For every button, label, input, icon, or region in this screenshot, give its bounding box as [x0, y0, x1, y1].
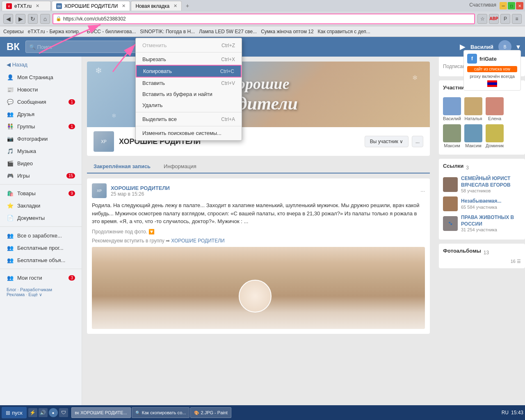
- member-maxim1-name: Максим: [444, 143, 460, 148]
- back-button[interactable]: ◀: [3, 14, 13, 24]
- shop-badge: 9: [68, 191, 75, 196]
- taskbar-task-howto-favicon: 🔍: [135, 411, 140, 415]
- sidebar-item-mypage[interactable]: 👤 Моя Страница: [0, 71, 82, 83]
- new-tab-button[interactable]: +: [183, 2, 192, 9]
- bookmark-etxt[interactable]: eTXT.ru - Биржа копир...: [28, 29, 83, 34]
- link-info-2: Незабываемая... 65 584 участника: [461, 198, 521, 210]
- link-title-2[interactable]: Незабываемая...: [461, 198, 521, 205]
- taskbar-system-icons: ⚡ 🔊 ● 🛡: [28, 408, 68, 417]
- taskbar-icon-chrome[interactable]: ●: [49, 408, 58, 417]
- bookmark-lampa[interactable]: Лампа LED 5W E27 све...: [199, 29, 257, 34]
- context-item-delete[interactable]: Удалить: [136, 100, 242, 111]
- context-item-paste-find[interactable]: Вставить из буфера и найти: [136, 89, 242, 100]
- taskbar-icon-2[interactable]: 🔊: [39, 408, 48, 417]
- taskbar-icon-1[interactable]: ⚡: [28, 408, 37, 417]
- footer-more[interactable]: Ещё ∨: [28, 292, 42, 297]
- bookmark-boss[interactable]: БОСС - биллингова...: [87, 29, 136, 34]
- bookmark-sumka[interactable]: Сумка жіноча оптом 12: [261, 29, 313, 34]
- context-item-paste[interactable]: Вставить Ctrl+V: [136, 78, 242, 89]
- sidebar-item-video[interactable]: 🎬 Видео: [0, 157, 82, 169]
- taskbar-language[interactable]: RU: [502, 410, 509, 415]
- address-bar[interactable]: 🔒 https://vk.com/club52388302: [52, 14, 475, 24]
- taskbar-task-howto[interactable]: 🔍 Как скопировать со...: [132, 407, 190, 418]
- member-natalya-avatar[interactable]: [464, 97, 482, 115]
- context-item-cut-label: Вырезать: [142, 56, 166, 62]
- sidebar-item-docs[interactable]: 📄 Документы: [0, 212, 82, 224]
- close-button[interactable]: ✕: [516, 2, 523, 9]
- taskbar-task-paint-favicon: 🎨: [194, 411, 199, 415]
- member-button[interactable]: Вы участник ∨: [365, 136, 409, 147]
- context-item-cut[interactable]: Вырезать Ctrl+X: [136, 54, 242, 65]
- forward-button[interactable]: ▶: [16, 14, 25, 24]
- tab-info[interactable]: Информация: [157, 160, 203, 173]
- sidebar-item-bookmarks[interactable]: ⭐ Закладки: [0, 199, 82, 212]
- nav-bar: ◀ ▶ ↻ ⌂ 🔒 https://vk.com/club52388302 ☆ …: [0, 11, 525, 26]
- sidebar-item-free2[interactable]: 👥 Бесплатные объя...: [0, 254, 82, 266]
- shop-icon: 🛍️: [7, 189, 14, 197]
- taskbar-icon-antivirus[interactable]: 🛡: [59, 408, 68, 417]
- sidebar-item-friends[interactable]: 👥 Друзья: [0, 108, 82, 120]
- minimize-button[interactable]: ─: [500, 2, 507, 9]
- bookmark-sinoptik[interactable]: SINOPTIK: Погода в Н...: [140, 29, 195, 34]
- post-recommend: Рекомендуем вступить в группу ➡ ХОРОШИЕ …: [92, 238, 425, 244]
- member-maxim2-avatar[interactable]: [464, 124, 482, 142]
- maximize-button[interactable]: □: [508, 2, 515, 9]
- member-dominik-avatar[interactable]: [486, 124, 504, 142]
- link-sub-1: 58 участников: [461, 188, 521, 193]
- tab-close-vk[interactable]: ✕: [122, 3, 126, 9]
- tab-close-new[interactable]: ✕: [173, 3, 177, 9]
- link-title-1[interactable]: СЕМЕЙНЫЙ ЮРИСТ ВЯЧЕСЛАВ ЕГОРОВ: [461, 176, 521, 188]
- sidebar-item-games[interactable]: 🎮 Игры 15: [0, 169, 82, 182]
- sidebar-item-guests[interactable]: 👥 Мои гости 3: [0, 272, 82, 284]
- refresh-button[interactable]: ↻: [28, 14, 38, 24]
- tab-pinned-post[interactable]: Закреплённая запись: [87, 160, 157, 173]
- context-item-search-engines[interactable]: Изменить поисковые системы...: [136, 128, 242, 139]
- frigate-header: f friGate: [467, 54, 517, 64]
- abp-icon[interactable]: ABP: [489, 14, 499, 24]
- sidebar-item-news[interactable]: 📰 Новости: [0, 83, 82, 96]
- menu-icon[interactable]: ≡: [512, 14, 522, 24]
- sidebar-item-messages[interactable]: 💬 Сообщения 1: [0, 96, 82, 108]
- tab-vk[interactable]: вк ХОРОШИЕ РОДИТЕЛИ ✕: [52, 1, 130, 11]
- vk-search-box[interactable]: 🔍 Поиск: [25, 41, 140, 53]
- bookmark-kak[interactable]: Как справиться с деп...: [318, 29, 370, 34]
- member-maxim1-avatar[interactable]: [443, 124, 461, 142]
- context-item-paste-find-label: Вставить из буфера и найти: [142, 91, 212, 97]
- sidebar-item-free1[interactable]: 👥 Бесплатные прог...: [0, 242, 82, 254]
- post-menu-icon[interactable]: ···: [420, 188, 425, 194]
- vk-logo-text: ВК: [7, 41, 20, 52]
- context-item-undo[interactable]: Отменить Ctrl+Z: [136, 40, 242, 51]
- tab-etxt[interactable]: e eTXT.ru ✕: [2, 1, 51, 11]
- post-author-name[interactable]: ХОРОШИЕ РОДИТЕЛИ: [111, 185, 170, 191]
- home-button[interactable]: ⌂: [40, 14, 50, 24]
- sidebar-back-button[interactable]: ◀ Назад: [0, 60, 82, 71]
- footer-dev[interactable]: Разработчикам: [20, 287, 52, 292]
- group-actions: Вы участник ∨ ...: [365, 136, 423, 147]
- footer-blog[interactable]: Блог: [7, 287, 16, 292]
- sidebar-item-photos[interactable]: 📷 Фотографии: [0, 132, 82, 145]
- sidebar-item-groups[interactable]: 👫 Группы 1: [0, 120, 82, 132]
- tab-new[interactable]: Новая вкладка ✕: [131, 1, 182, 11]
- start-button[interactable]: ⊞ пуск: [2, 407, 27, 418]
- sidebar-item-work[interactable]: 👥 Все о заработке...: [0, 229, 82, 242]
- sidebar-item-shop[interactable]: 🛍️ Товары 9: [0, 187, 82, 199]
- snowflake1: ❄: [95, 66, 102, 75]
- post-group-link[interactable]: ХОРОШИЕ РОДИТЕЛИ: [171, 238, 224, 244]
- link-title-3[interactable]: ПРАВА ЖИВОТНЫХ В РОССИИ: [461, 215, 521, 227]
- sidebar-item-music[interactable]: 🎵 Музыка: [0, 145, 82, 157]
- post-text: Родила. На следующий день лежу в палате.…: [92, 201, 425, 226]
- taskbar-task-paint[interactable]: 🎨 2.JPG - Paint: [190, 407, 231, 418]
- snowflake3: ❄: [112, 112, 116, 119]
- bookmark-services[interactable]: Сервисы: [3, 29, 24, 34]
- member-vasily-avatar[interactable]: [443, 97, 461, 115]
- more-button[interactable]: ...: [412, 136, 423, 147]
- profile-icon[interactable]: P: [500, 14, 510, 24]
- footer-ads[interactable]: Реклама: [7, 292, 25, 297]
- context-item-select-all[interactable]: Выделить все Ctrl+A: [136, 114, 242, 125]
- member-elena-avatar[interactable]: [486, 97, 504, 115]
- windows-icon: ⊞: [6, 410, 10, 416]
- bookmark-star-icon[interactable]: ☆: [477, 14, 487, 24]
- tab-close-etxt[interactable]: ✕: [36, 3, 39, 9]
- taskbar-task-vk[interactable]: вк ХОРОШИЕ РОДИТЕ...: [71, 407, 131, 418]
- context-item-copy[interactable]: Копировать Ctrl+C: [136, 65, 242, 78]
